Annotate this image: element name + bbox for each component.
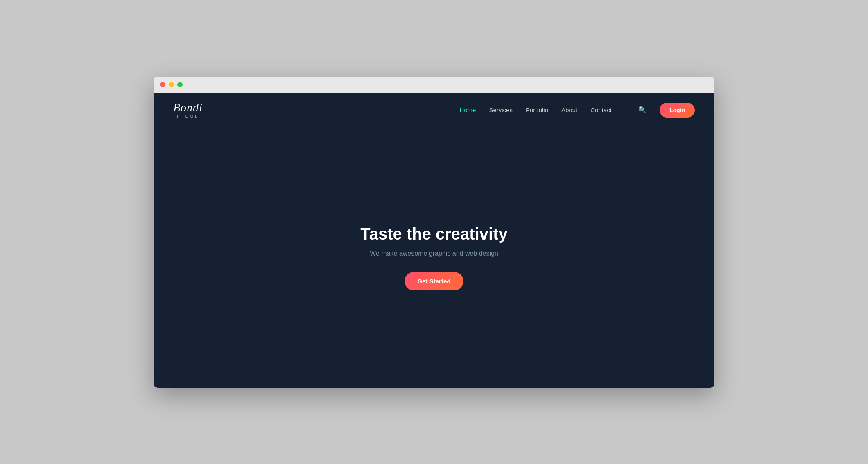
nav-link-home[interactable]: Home — [459, 106, 476, 113]
traffic-light-green[interactable] — [177, 82, 183, 87]
get-started-button[interactable]: Get Started — [405, 272, 464, 290]
site-content: Bondi THEME Home Services Portfolio Abou… — [154, 93, 714, 388]
login-button[interactable]: Login — [660, 103, 695, 118]
browser-window: Bondi THEME Home Services Portfolio Abou… — [154, 77, 714, 388]
nav-item-contact[interactable]: Contact — [590, 106, 612, 114]
logo-text: Bondi — [173, 102, 203, 113]
hero-title: Taste the creativity — [360, 225, 507, 243]
navbar: Bondi THEME Home Services Portfolio Abou… — [154, 93, 714, 127]
nav-links: Home Services Portfolio About Contact — [459, 106, 611, 114]
browser-chrome — [154, 77, 714, 93]
nav-divider — [625, 106, 625, 114]
traffic-light-yellow[interactable] — [169, 82, 174, 87]
traffic-light-red[interactable] — [160, 82, 165, 87]
nav-item-services[interactable]: Services — [489, 106, 513, 114]
nav-item-portfolio[interactable]: Portfolio — [526, 106, 548, 114]
nav-link-about[interactable]: About — [561, 106, 577, 113]
nav-link-portfolio[interactable]: Portfolio — [526, 106, 548, 113]
logo-area: Bondi THEME — [173, 102, 203, 118]
nav-item-about[interactable]: About — [561, 106, 577, 114]
nav-link-contact[interactable]: Contact — [590, 106, 612, 113]
nav-item-home[interactable]: Home — [459, 106, 476, 114]
logo-sub: THEME — [176, 114, 200, 118]
search-icon[interactable]: 🔍 — [638, 106, 646, 114]
hero-subtitle: We make awesome graphic and web design — [370, 250, 498, 257]
nav-link-services[interactable]: Services — [489, 106, 513, 113]
hero-section: Taste the creativity We make awesome gra… — [154, 127, 714, 388]
